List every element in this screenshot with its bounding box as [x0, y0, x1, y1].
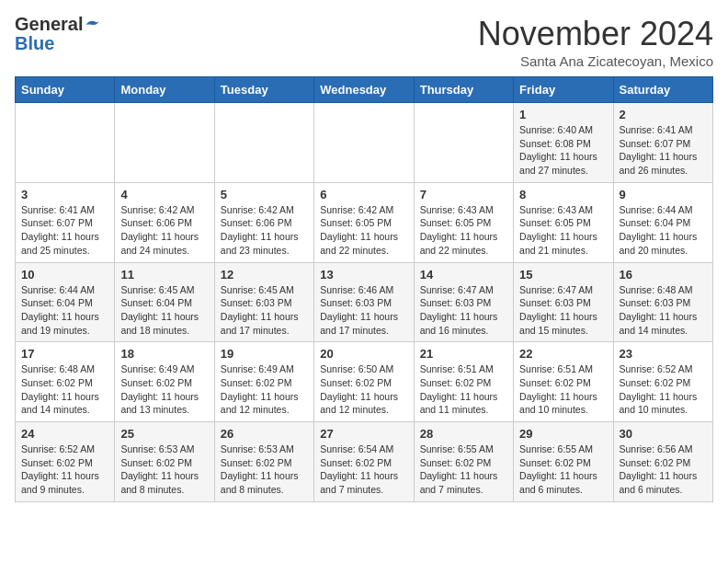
day-info: Sunrise: 6:48 AMSunset: 6:03 PMDaylight:…: [620, 283, 707, 338]
day-number: 22: [519, 347, 607, 361]
day-cell: [314, 103, 414, 183]
day-number: 19: [221, 347, 308, 361]
day-cell: [214, 103, 313, 183]
page-header: General Blue November 2024 Santa Ana Zic…: [15, 15, 713, 69]
day-cell: 23Sunrise: 6:52 AMSunset: 6:02 PMDayligh…: [613, 342, 712, 422]
week-row-3: 10Sunrise: 6:44 AMSunset: 6:04 PMDayligh…: [16, 262, 713, 342]
day-info: Sunrise: 6:46 AMSunset: 6:03 PMDaylight:…: [320, 283, 407, 338]
day-cell: 9Sunrise: 6:44 AMSunset: 6:04 PMDaylight…: [613, 182, 712, 262]
calendar-table: SundayMondayTuesdayWednesdayThursdayFrid…: [15, 76, 713, 502]
day-number: 30: [620, 427, 707, 441]
day-number: 6: [320, 188, 407, 201]
day-info: Sunrise: 6:44 AMSunset: 6:04 PMDaylight:…: [620, 203, 707, 258]
day-number: 26: [221, 427, 308, 441]
day-info: Sunrise: 6:54 AMSunset: 6:02 PMDaylight:…: [320, 442, 407, 497]
weekday-header-row: SundayMondayTuesdayWednesdayThursdayFrid…: [16, 77, 713, 103]
day-info: Sunrise: 6:41 AMSunset: 6:07 PMDaylight:…: [21, 203, 108, 258]
day-number: 24: [21, 427, 108, 441]
day-cell: 7Sunrise: 6:43 AMSunset: 6:05 PMDaylight…: [414, 182, 513, 262]
day-info: Sunrise: 6:41 AMSunset: 6:07 PMDaylight:…: [620, 123, 707, 178]
day-info: Sunrise: 6:43 AMSunset: 6:05 PMDaylight:…: [519, 203, 607, 258]
day-info: Sunrise: 6:45 AMSunset: 6:04 PMDaylight:…: [120, 283, 208, 338]
day-cell: [414, 103, 513, 183]
day-info: Sunrise: 6:55 AMSunset: 6:02 PMDaylight:…: [519, 442, 607, 497]
day-number: 16: [620, 268, 707, 282]
day-cell: [115, 103, 214, 183]
day-number: 15: [519, 268, 607, 282]
day-cell: 22Sunrise: 6:51 AMSunset: 6:02 PMDayligh…: [514, 342, 613, 422]
day-cell: 5Sunrise: 6:42 AMSunset: 6:06 PMDaylight…: [214, 182, 313, 262]
day-number: 10: [21, 268, 108, 282]
weekday-header-friday: Friday: [514, 77, 613, 103]
day-number: 18: [120, 347, 208, 361]
weekday-header-wednesday: Wednesday: [314, 77, 414, 103]
logo-blue-text: Blue: [15, 33, 54, 54]
day-info: Sunrise: 6:45 AMSunset: 6:03 PMDaylight:…: [221, 283, 308, 338]
day-cell: 28Sunrise: 6:55 AMSunset: 6:02 PMDayligh…: [414, 422, 513, 502]
day-cell: 21Sunrise: 6:51 AMSunset: 6:02 PMDayligh…: [414, 342, 513, 422]
day-info: Sunrise: 6:50 AMSunset: 6:02 PMDaylight:…: [320, 362, 407, 417]
day-cell: 3Sunrise: 6:41 AMSunset: 6:07 PMDaylight…: [16, 182, 115, 262]
day-cell: 14Sunrise: 6:47 AMSunset: 6:03 PMDayligh…: [414, 262, 513, 342]
day-info: Sunrise: 6:48 AMSunset: 6:02 PMDaylight:…: [21, 362, 108, 417]
day-number: 28: [420, 427, 507, 441]
day-cell: 17Sunrise: 6:48 AMSunset: 6:02 PMDayligh…: [16, 342, 115, 422]
day-number: 1: [519, 108, 607, 121]
day-cell: 6Sunrise: 6:42 AMSunset: 6:05 PMDaylight…: [314, 182, 414, 262]
location-subtitle: Santa Ana Zicatecoyan, Mexico: [478, 53, 713, 69]
weekday-header-thursday: Thursday: [414, 77, 513, 103]
week-row-5: 24Sunrise: 6:52 AMSunset: 6:02 PMDayligh…: [16, 422, 713, 502]
day-cell: 30Sunrise: 6:56 AMSunset: 6:02 PMDayligh…: [613, 422, 712, 502]
day-number: 3: [21, 188, 108, 201]
day-number: 8: [519, 188, 607, 201]
calendar-header: SundayMondayTuesdayWednesdayThursdayFrid…: [16, 77, 713, 103]
day-cell: 2Sunrise: 6:41 AMSunset: 6:07 PMDaylight…: [613, 103, 712, 183]
logo: General Blue: [15, 15, 101, 54]
day-number: 9: [620, 188, 707, 201]
week-row-2: 3Sunrise: 6:41 AMSunset: 6:07 PMDaylight…: [16, 182, 713, 262]
day-info: Sunrise: 6:43 AMSunset: 6:05 PMDaylight:…: [420, 203, 507, 258]
day-cell: 4Sunrise: 6:42 AMSunset: 6:06 PMDaylight…: [115, 182, 214, 262]
day-info: Sunrise: 6:51 AMSunset: 6:02 PMDaylight:…: [519, 362, 607, 417]
logo-bird-icon: [85, 17, 101, 30]
day-number: 2: [620, 108, 707, 121]
day-info: Sunrise: 6:49 AMSunset: 6:02 PMDaylight:…: [120, 362, 208, 417]
day-cell: 27Sunrise: 6:54 AMSunset: 6:02 PMDayligh…: [314, 422, 414, 502]
day-info: Sunrise: 6:53 AMSunset: 6:02 PMDaylight:…: [120, 442, 208, 497]
day-cell: 18Sunrise: 6:49 AMSunset: 6:02 PMDayligh…: [115, 342, 214, 422]
weekday-header-saturday: Saturday: [613, 77, 712, 103]
day-info: Sunrise: 6:56 AMSunset: 6:02 PMDaylight:…: [620, 442, 707, 497]
calendar-body: 1Sunrise: 6:40 AMSunset: 6:08 PMDaylight…: [16, 103, 713, 502]
day-number: 25: [120, 427, 208, 441]
week-row-1: 1Sunrise: 6:40 AMSunset: 6:08 PMDaylight…: [16, 103, 713, 183]
day-info: Sunrise: 6:47 AMSunset: 6:03 PMDaylight:…: [519, 283, 607, 338]
weekday-header-sunday: Sunday: [16, 77, 115, 103]
day-number: 7: [420, 188, 507, 201]
day-number: 4: [120, 188, 208, 201]
day-cell: 1Sunrise: 6:40 AMSunset: 6:08 PMDaylight…: [514, 103, 613, 183]
day-cell: 12Sunrise: 6:45 AMSunset: 6:03 PMDayligh…: [214, 262, 313, 342]
day-cell: 20Sunrise: 6:50 AMSunset: 6:02 PMDayligh…: [314, 342, 414, 422]
title-section: November 2024 Santa Ana Zicatecoyan, Mex…: [478, 15, 713, 69]
day-info: Sunrise: 6:40 AMSunset: 6:08 PMDaylight:…: [519, 123, 607, 178]
day-cell: 13Sunrise: 6:46 AMSunset: 6:03 PMDayligh…: [314, 262, 414, 342]
day-cell: 8Sunrise: 6:43 AMSunset: 6:05 PMDaylight…: [514, 182, 613, 262]
day-info: Sunrise: 6:42 AMSunset: 6:06 PMDaylight:…: [221, 203, 308, 258]
weekday-header-tuesday: Tuesday: [214, 77, 313, 103]
day-cell: 26Sunrise: 6:53 AMSunset: 6:02 PMDayligh…: [214, 422, 313, 502]
day-number: 17: [21, 347, 108, 361]
day-info: Sunrise: 6:51 AMSunset: 6:02 PMDaylight:…: [420, 362, 507, 417]
day-cell: 29Sunrise: 6:55 AMSunset: 6:02 PMDayligh…: [514, 422, 613, 502]
day-info: Sunrise: 6:42 AMSunset: 6:06 PMDaylight:…: [120, 203, 208, 258]
day-number: 5: [221, 188, 308, 201]
day-cell: 10Sunrise: 6:44 AMSunset: 6:04 PMDayligh…: [16, 262, 115, 342]
day-info: Sunrise: 6:53 AMSunset: 6:02 PMDaylight:…: [221, 442, 308, 497]
weekday-header-monday: Monday: [115, 77, 214, 103]
day-number: 12: [221, 268, 308, 282]
day-cell: 16Sunrise: 6:48 AMSunset: 6:03 PMDayligh…: [613, 262, 712, 342]
day-info: Sunrise: 6:52 AMSunset: 6:02 PMDaylight:…: [21, 442, 108, 497]
day-number: 13: [320, 268, 407, 282]
day-cell: 24Sunrise: 6:52 AMSunset: 6:02 PMDayligh…: [16, 422, 115, 502]
day-number: 20: [320, 347, 407, 361]
day-number: 21: [420, 347, 507, 361]
